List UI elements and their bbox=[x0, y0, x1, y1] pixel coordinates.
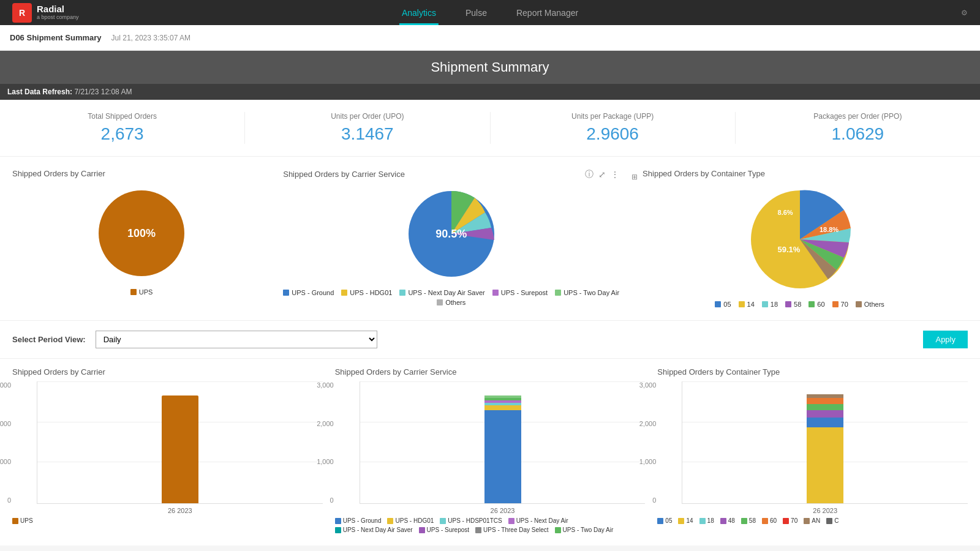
nav-report-manager[interactable]: Report Manager bbox=[514, 0, 581, 25]
pie-carrier-container: 100% UPS bbox=[12, 184, 271, 296]
report-date: Jul 21, 2023 3:35:07 AM bbox=[111, 34, 190, 42]
legend-others-svc: Others bbox=[437, 299, 466, 306]
kpi-total-shipped: Total Shipped Orders 2,673 bbox=[0, 112, 245, 144]
kpi-upp: Units per Package (UPP) 2.9606 bbox=[491, 112, 736, 144]
bar-58 bbox=[807, 410, 843, 418]
legend-surepost: UPS - Surepost bbox=[492, 289, 548, 296]
bar-carrier-title: Shipped Orders by Carrier bbox=[12, 359, 323, 381]
period-label: Select Period View: bbox=[12, 335, 86, 344]
apply-button[interactable]: Apply bbox=[923, 331, 968, 348]
bar-05 bbox=[807, 418, 843, 427]
nav-pulse[interactable]: Pulse bbox=[463, 0, 489, 25]
nav-analytics[interactable]: Analytics bbox=[399, 0, 439, 25]
bars-container-ctype: 26 2023 bbox=[682, 381, 968, 503]
info-icon[interactable]: ⓘ bbox=[585, 169, 594, 180]
pie-service-chart: 90.5% bbox=[402, 185, 500, 283]
legend-hdg01: UPS - HDG01 bbox=[341, 289, 392, 296]
logo-text: Radial a bpost company bbox=[37, 4, 79, 20]
bar-carrier-chart: 26 2023 bbox=[37, 381, 323, 504]
top-nav: R Radial a bpost company Analytics Pulse… bbox=[0, 0, 980, 25]
bar-container-chart: 26 2023 bbox=[682, 381, 968, 504]
pie-container-legend: 05 14 18 58 60 70 Others bbox=[715, 301, 884, 308]
pie-container-chart: 18.8% 8.6% 59.1% bbox=[745, 184, 855, 294]
bar-group-service: 26 2023 bbox=[484, 395, 521, 503]
kpi-upo: Units per Order (UPO) 3.1467 bbox=[245, 112, 490, 144]
bar-container-legend: 05 14 18 48 58 60 70 AN C bbox=[657, 517, 968, 524]
stacked-bar-ctype bbox=[807, 394, 843, 503]
pie-carrier-chart: 100% bbox=[92, 184, 190, 282]
pie-charts-section: Shipped Orders by Carrier 100% UPS Shipp… bbox=[0, 157, 980, 321]
bar-70 bbox=[807, 398, 843, 404]
bar-service-title: Shipped Orders by Carrier Service bbox=[335, 359, 646, 381]
pie-container-panel: ⊞ Shipped Orders by Container Type bbox=[631, 169, 968, 308]
refresh-value: 7/21/23 12:08 AM bbox=[74, 88, 132, 96]
pie-container-label-188: 18.8% bbox=[820, 226, 839, 233]
pie-container-label-591: 59.1% bbox=[778, 245, 801, 254]
bar-14 bbox=[807, 427, 843, 503]
bar-container-panel: Shipped Orders by Container Type 3,000 2… bbox=[657, 359, 968, 533]
bar-ups bbox=[162, 395, 198, 503]
period-section: Select Period View: Daily Weekly Monthly… bbox=[0, 321, 980, 359]
pie-service-legend: UPS - Ground UPS - HDG01 UPS - Next Day … bbox=[283, 289, 619, 306]
legend-nday-saver: UPS - Next Day Air Saver bbox=[399, 289, 484, 296]
pie-carrier-legend: UPS bbox=[130, 288, 153, 296]
pie-service-controls: ⓘ ⤢ ⋮ bbox=[585, 169, 619, 180]
page-header: Shipment Summary bbox=[0, 51, 980, 84]
logo: R Radial a bpost company bbox=[12, 3, 79, 23]
pie-container-container: 18.8% 8.6% 59.1% 05 14 18 58 60 70 Other… bbox=[631, 184, 968, 308]
kpi-ppo: Packages per Order (PPO) 1.0629 bbox=[736, 112, 980, 144]
period-select[interactable]: Daily Weekly Monthly bbox=[96, 331, 377, 348]
bar-group: 26 2023 bbox=[162, 395, 198, 503]
bars-container: 26 2023 bbox=[37, 381, 323, 503]
bar-service-y-axis: 3,000 2,000 1,000 0 bbox=[313, 381, 334, 504]
nav-right: ⚙ bbox=[961, 9, 968, 17]
page-title: Shipment Summary bbox=[9, 59, 971, 75]
pie-container-title: Shipped Orders by Container Type bbox=[643, 169, 765, 178]
bar-ground bbox=[484, 410, 521, 503]
legend-ground: UPS - Ground bbox=[283, 289, 334, 296]
stacked-bar-service bbox=[484, 395, 521, 503]
bar-service-legend: UPS - Ground UPS - HDG01 UPS - HDSP01TCS… bbox=[335, 517, 646, 533]
data-refresh-bar: Last Data Refresh: 7/21/23 12:08 AM bbox=[0, 84, 980, 100]
pie-service-title: Shipped Orders by Carrier Service bbox=[283, 170, 405, 179]
pie-container-label-86: 8.6% bbox=[778, 209, 793, 216]
legend-twoday: UPS - Two Day Air bbox=[555, 289, 619, 296]
bar-charts-section: Shipped Orders by Carrier 3,000 2,000 1,… bbox=[0, 359, 980, 545]
bar-group-ctype: 26 2023 bbox=[807, 394, 843, 503]
bar-container-y-axis: 3,000 2,000 1,000 0 bbox=[635, 381, 656, 504]
report-title: D06 Shipment Summary bbox=[10, 33, 102, 42]
pie-service-container: 90.5% UPS - Ground UPS - HDG01 UPS - Nex… bbox=[283, 185, 619, 306]
pie-carrier-panel: Shipped Orders by Carrier 100% UPS bbox=[12, 169, 271, 308]
legend-dot-ups bbox=[130, 289, 137, 295]
bar-service-chart: 26 2023 bbox=[360, 381, 646, 504]
nav-links: Analytics Pulse Report Manager bbox=[399, 0, 581, 25]
logo-icon: R bbox=[12, 3, 32, 23]
bar-carrier-y-axis: 3,000 2,000 1,000 0 bbox=[0, 381, 11, 504]
bar-hdg01 bbox=[484, 405, 521, 410]
bars-container-service: 26 2023 bbox=[360, 381, 646, 503]
pie-service-panel: Shipped Orders by Carrier Service ⓘ ⤢ ⋮ bbox=[283, 169, 619, 308]
kpi-row: Total Shipped Orders 2,673 Units per Ord… bbox=[0, 100, 980, 157]
more-icon[interactable]: ⋮ bbox=[611, 170, 619, 179]
bar-carrier-legend: UPS bbox=[12, 517, 323, 524]
container-icon: ⊞ bbox=[631, 173, 638, 181]
subheader: D06 Shipment Summary Jul 21, 2023 3:35:0… bbox=[0, 25, 980, 51]
bar-carrier-panel: Shipped Orders by Carrier 3,000 2,000 1,… bbox=[12, 359, 323, 533]
legend-ups: UPS bbox=[130, 288, 153, 296]
bar-service-panel: Shipped Orders by Carrier Service 3,000 … bbox=[335, 359, 646, 533]
bar-container-title: Shipped Orders by Container Type bbox=[657, 359, 968, 381]
expand-icon[interactable]: ⤢ bbox=[598, 170, 606, 179]
bar-60 bbox=[807, 404, 843, 410]
